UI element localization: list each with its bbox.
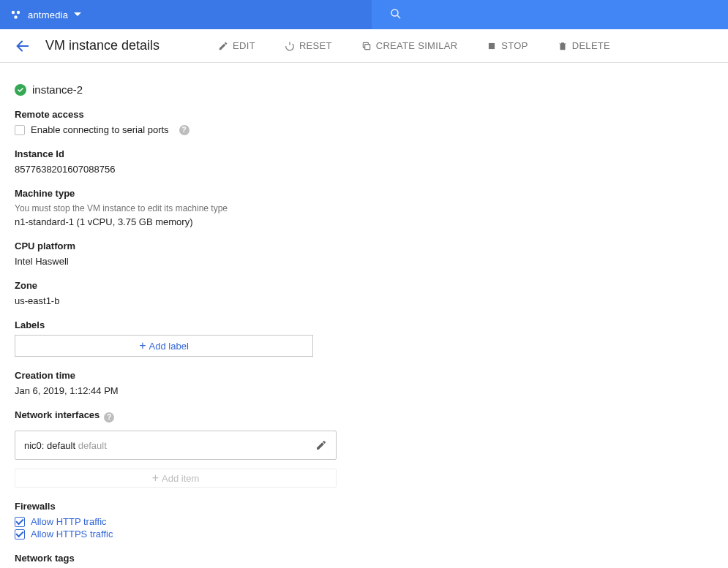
firewall-http-checkbox[interactable] — [15, 517, 25, 527]
zone-label: Zone — [15, 280, 351, 291]
firewalls-section: Firewalls Allow HTTP traffic Allow HTTPS… — [15, 501, 351, 539]
remote-access-section: Remote access Enable connecting to seria… — [15, 109, 351, 135]
labels-section: Labels + Add label — [15, 319, 351, 357]
delete-label: DELETE — [572, 40, 610, 51]
svg-point-2 — [14, 15, 17, 18]
project-name: antmedia — [28, 10, 68, 20]
help-icon[interactable]: ? — [104, 412, 114, 423]
svg-rect-8 — [489, 42, 495, 48]
reset-button[interactable]: RESET — [277, 36, 339, 56]
serial-ports-checkbox[interactable] — [15, 125, 25, 135]
network-interfaces-label: Network interfaces — [15, 409, 100, 420]
pencil-icon — [218, 41, 228, 51]
edit-nic-button[interactable] — [315, 439, 327, 451]
copy-icon — [361, 41, 372, 51]
firewall-https-row: Allow HTTPS traffic — [15, 529, 351, 539]
firewall-http-label: Allow HTTP traffic — [31, 516, 107, 527]
instance-id-value: 8577638201607088756 — [15, 164, 351, 175]
creation-time-section: Creation time Jan 6, 2019, 1:12:44 PM — [15, 370, 351, 396]
cpu-platform-label: CPU platform — [15, 241, 351, 251]
power-icon — [285, 41, 295, 51]
stop-icon — [487, 41, 497, 51]
cpu-platform-value: Intel Haswell — [15, 256, 351, 267]
serial-ports-label: Enable connecting to serial ports — [31, 124, 169, 135]
trash-icon — [558, 41, 568, 51]
project-selector[interactable]: antmedia — [0, 0, 372, 29]
stop-button[interactable]: STOP — [479, 36, 535, 56]
cpu-platform-section: CPU platform Intel Haswell — [15, 241, 351, 267]
svg-rect-7 — [364, 44, 369, 49]
status-running-icon — [15, 84, 26, 96]
stop-label: STOP — [501, 40, 528, 51]
svg-point-3 — [391, 10, 398, 16]
network-interfaces-section: Network interfaces ? nic0: default defau… — [15, 409, 713, 488]
machine-type-section: Machine type You must stop the VM instan… — [15, 188, 351, 227]
plus-icon: + — [152, 472, 159, 484]
delete-button[interactable]: DELETE — [550, 36, 618, 56]
machine-type-value: n1-standard-1 (1 vCPU, 3.75 GB memory) — [15, 216, 351, 227]
edit-button[interactable]: EDIT — [211, 36, 263, 56]
help-icon[interactable]: ? — [179, 125, 189, 135]
search-icon — [389, 7, 402, 23]
nic-primary: nic0: default — [24, 440, 75, 451]
nic-row[interactable]: nic0: default default — [15, 431, 337, 460]
instance-id-label: Instance Id — [15, 148, 351, 159]
firewalls-label: Firewalls — [15, 501, 351, 512]
reset-label: RESET — [299, 40, 332, 51]
back-button[interactable] — [15, 38, 31, 54]
creation-time-label: Creation time — [15, 370, 351, 381]
create-similar-label: CREATE SIMILAR — [376, 40, 458, 51]
edit-label: EDIT — [233, 40, 255, 51]
add-label-text: Add label — [149, 341, 189, 352]
add-item-text: Add item — [162, 473, 199, 484]
svg-point-1 — [17, 11, 20, 14]
zone-value: us-east1-b — [15, 295, 351, 306]
labels-label: Labels — [15, 319, 351, 330]
add-nic-button: + Add item — [15, 469, 337, 488]
creation-time-value: Jan 6, 2019, 1:12:44 PM — [15, 385, 351, 396]
add-label-button[interactable]: + Add label — [15, 335, 313, 357]
gcp-logo-icon — [10, 9, 22, 20]
content: instance-2 Remote access Enable connecti… — [0, 63, 728, 568]
svg-line-4 — [397, 15, 400, 18]
create-similar-button[interactable]: CREATE SIMILAR — [354, 36, 465, 56]
top-bar: antmedia — [0, 0, 728, 29]
plus-icon: + — [139, 340, 146, 352]
machine-type-label: Machine type — [15, 188, 351, 199]
instance-header: instance-2 — [15, 83, 713, 96]
machine-type-note: You must stop the VM instance to edit it… — [15, 203, 351, 213]
search-bar[interactable] — [372, 0, 728, 29]
firewall-https-checkbox[interactable] — [15, 529, 25, 539]
network-tags-label: Network tags — [15, 553, 713, 564]
network-tags-section: Network tags ant-media http-server https… — [15, 553, 713, 568]
action-bar: VM instance details EDIT RESET CREATE SI… — [0, 29, 728, 63]
serial-ports-row: Enable connecting to serial ports ? — [15, 124, 351, 135]
remote-access-label: Remote access — [15, 109, 351, 120]
instance-name: instance-2 — [32, 83, 83, 96]
chevron-down-icon — [74, 12, 81, 17]
instance-id-section: Instance Id 8577638201607088756 — [15, 148, 351, 175]
page-title: VM instance details — [45, 38, 160, 53]
firewall-http-row: Allow HTTP traffic — [15, 516, 351, 527]
firewall-https-label: Allow HTTPS traffic — [31, 529, 113, 539]
zone-section: Zone us-east1-b — [15, 280, 351, 306]
svg-point-0 — [12, 11, 15, 14]
nic-secondary: default — [78, 440, 107, 451]
